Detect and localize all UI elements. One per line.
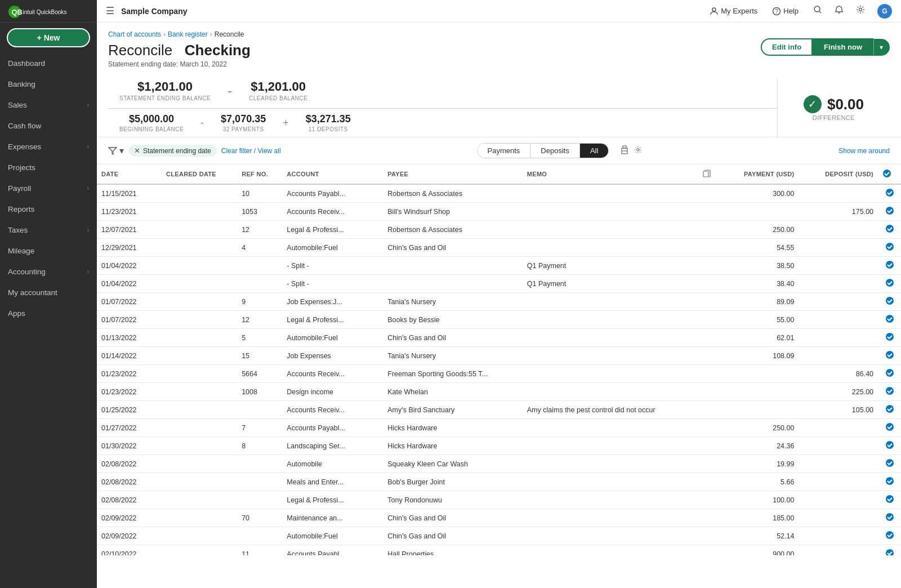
sidebar-item-myaccountant[interactable]: My accountant [0, 282, 97, 303]
cell-payment: 300.00 [720, 184, 799, 203]
cell-check[interactable] [878, 203, 901, 221]
cell-check[interactable] [878, 527, 901, 545]
table-row[interactable]: 01/04/2022- Split -Q1 Payment38.40 [97, 275, 901, 293]
sidebar-item-cashflow[interactable]: Cash flow [0, 115, 97, 136]
cell-check[interactable] [878, 184, 901, 203]
table-row[interactable]: 11/23/20211053Accounts Receiv...Bill's W… [97, 203, 901, 221]
table-scroll-container[interactable]: DATE CLEARED DATE REF NO. ACCOUNT PAYEE … [97, 164, 901, 555]
cell-check[interactable] [878, 455, 901, 473]
cell-account: Design income [282, 383, 383, 401]
help-icon[interactable]: ? Help [772, 7, 799, 16]
cell-spacer [698, 275, 720, 293]
table-row[interactable]: 02/09/2022Automobile:FuelChin's Gas and … [97, 527, 901, 545]
cell-ref [237, 473, 282, 491]
cell-cleared [162, 473, 237, 491]
quickbooks-logo: QB intuit QuickBooks [8, 5, 70, 20]
cell-date: 01/27/2022 [97, 419, 162, 437]
cell-check[interactable] [878, 509, 901, 527]
tab-payments[interactable]: Payments [478, 144, 531, 158]
search-icon[interactable] [813, 5, 822, 17]
show-me-around-link[interactable]: Show me around [838, 147, 890, 155]
table-row[interactable]: 01/07/202212Legal & Professi...Books by … [97, 311, 901, 329]
sidebar-item-mileage[interactable]: Mileage [0, 240, 97, 261]
sidebar-item-apps[interactable]: Apps [0, 303, 97, 324]
table-row[interactable]: 01/23/20221008Design incomeKate Whelan22… [97, 383, 901, 401]
cell-check[interactable] [878, 293, 901, 311]
cell-check[interactable] [878, 437, 901, 455]
finish-now-dropdown-button[interactable]: ▾ [873, 39, 890, 56]
edit-info-button[interactable]: Edit info [761, 38, 813, 56]
cell-check[interactable] [878, 275, 901, 293]
table-row[interactable]: 02/09/202270Maintenance an...Chin's Gas … [97, 509, 901, 527]
cell-check[interactable] [878, 311, 901, 329]
remove-filter-button[interactable]: ✕ [134, 146, 140, 155]
cell-check[interactable] [878, 473, 901, 491]
cell-check[interactable] [878, 239, 901, 257]
cell-check[interactable] [878, 329, 901, 347]
table-row[interactable]: 01/30/20228Landscaping Ser...Hicks Hardw… [97, 437, 901, 455]
table-row[interactable]: 01/13/20225Automobile:FuelChin's Gas and… [97, 329, 901, 347]
table-body: 11/15/202110Accounts Payabl...Robertson … [97, 184, 901, 555]
svg-point-16 [886, 207, 894, 215]
finish-now-button[interactable]: Finish now [813, 38, 873, 56]
table-row[interactable]: 01/23/20225664Accounts Receiv...Freeman … [97, 365, 901, 383]
breadcrumb-bank-register[interactable]: Bank register [168, 30, 208, 38]
cell-check[interactable] [878, 347, 901, 365]
table-row[interactable]: 12/07/202112Legal & Professi...Robertson… [97, 221, 901, 239]
cell-payment: 185.00 [720, 509, 799, 527]
cell-cleared [162, 347, 237, 365]
difference-check-icon: ✓ [804, 95, 822, 113]
sidebar-item-sales[interactable]: Sales › [0, 95, 97, 115]
clear-filter-link[interactable]: Clear filter / View all [221, 147, 281, 155]
cell-check[interactable] [878, 383, 901, 401]
sidebar-item-expenses[interactable]: Expenses › [0, 136, 97, 157]
cell-check[interactable] [878, 491, 901, 509]
notifications-icon[interactable] [835, 5, 844, 17]
cell-ref: 9 [237, 293, 282, 311]
filter-button[interactable]: ▾ [108, 145, 124, 156]
table-row[interactable]: 01/04/2022- Split -Q1 Payment38.50 [97, 257, 901, 275]
hamburger-icon[interactable]: ☰ [106, 5, 114, 17]
table-row[interactable]: 12/29/20214Automobile:FuelChin's Gas and… [97, 239, 901, 257]
cell-cleared [162, 257, 237, 275]
table-row[interactable]: 02/10/202211Accounts Payabl...Hall Prope… [97, 545, 901, 556]
cell-cleared [162, 184, 237, 203]
table-row[interactable]: 02/08/2022Meals and Enter...Bob's Burger… [97, 473, 901, 491]
table-row[interactable]: 11/15/202110Accounts Payabl...Robertson … [97, 184, 901, 203]
table-row[interactable]: 02/08/2022Legal & Professi...Tony Rondon… [97, 491, 901, 509]
my-experts-icon[interactable]: My Experts [710, 7, 757, 16]
cell-check[interactable] [878, 257, 901, 275]
settings-table-icon[interactable] [634, 145, 643, 157]
sidebar-item-taxes[interactable]: Taxes › [0, 220, 97, 240]
tab-all[interactable]: All [580, 144, 608, 158]
cell-check[interactable] [878, 401, 901, 419]
col-header-deposit: DEPOSIT (USD) [799, 164, 878, 184]
table-row[interactable]: 02/08/2022AutomobileSqueaky Kleen Car Wa… [97, 455, 901, 473]
settings-icon[interactable] [856, 5, 865, 17]
cell-check[interactable] [878, 365, 901, 383]
cell-check[interactable] [878, 221, 901, 239]
tab-deposits[interactable]: Deposits [530, 144, 580, 158]
sidebar-item-dashboard[interactable]: Dashboard [0, 53, 97, 74]
cell-check[interactable] [878, 545, 901, 556]
cell-check[interactable] [878, 419, 901, 437]
cell-ref [237, 491, 282, 509]
sidebar-item-payroll[interactable]: Payroll › [0, 178, 97, 199]
sidebar-item-projects[interactable]: Projects [0, 157, 97, 178]
svg-point-17 [886, 225, 894, 233]
sidebar-item-accounting[interactable]: Accounting › [0, 261, 97, 282]
toolbar-right [620, 145, 643, 157]
col-header-memo: MEMO [523, 164, 698, 184]
sidebar-item-banking[interactable]: Banking [0, 74, 97, 95]
table-row[interactable]: 01/27/20227Accounts Payabl...Hicks Hardw… [97, 419, 901, 437]
user-avatar[interactable]: G [877, 4, 892, 19]
new-button[interactable]: + New [7, 28, 90, 47]
breadcrumb-chart-of-accounts[interactable]: Chart of accounts [108, 30, 161, 38]
table-row[interactable]: 01/25/2022Accounts Receiv...Amy's Bird S… [97, 401, 901, 419]
table-row[interactable]: 01/14/202215Job ExpensesTania's Nursery1… [97, 347, 901, 365]
cell-payment: 900.00 [720, 545, 799, 556]
sidebar-item-reports[interactable]: Reports [0, 199, 97, 220]
table-row[interactable]: 01/07/20229Job Expenses:J...Tania's Nurs… [97, 293, 901, 311]
cleared-balance-amount: $1,201.00 [249, 79, 307, 94]
print-icon[interactable] [620, 145, 629, 157]
